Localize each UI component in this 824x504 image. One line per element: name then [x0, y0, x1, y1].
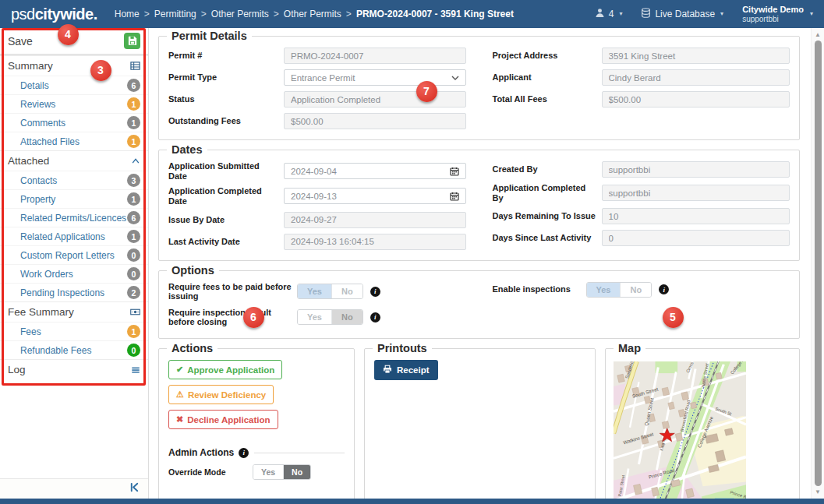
- actions-legend: Actions: [167, 342, 217, 354]
- sidebar-item-attached-files[interactable]: Attached Files1: [0, 132, 148, 150]
- check-icon: ✔: [176, 365, 183, 375]
- field-input-applicant: Cindy Berard: [602, 69, 790, 86]
- field-input-permit-type[interactable]: Entrance Permit: [284, 69, 466, 86]
- field-label: Days Since Last Activity: [493, 233, 602, 243]
- count-badge: 2: [127, 286, 140, 299]
- count-badge: 6: [127, 79, 140, 92]
- field-input-application-submitted-date[interactable]: 2024-09-04: [284, 163, 466, 179]
- field-input-issue-by-date: 2024-09-27: [284, 212, 466, 228]
- field-row: Permit #PRMO-2024-0007: [168, 48, 466, 64]
- sidebar-item-reviews[interactable]: Reviews1: [0, 94, 148, 113]
- calendar-icon[interactable]: [450, 167, 459, 176]
- breadcrumb-item-home[interactable]: Home: [115, 9, 140, 19]
- field-input-outstanding-fees: $500.00: [284, 113, 466, 129]
- breadcrumb: Home>Permitting>Other Permits>Other Perm…: [115, 9, 514, 19]
- option-label: Require fees to be paid before issuing: [168, 282, 297, 301]
- scroll-up-icon[interactable]: ▲: [812, 31, 824, 38]
- field-label: Created By: [493, 164, 602, 174]
- database-menu[interactable]: Live Database ▾: [641, 8, 723, 20]
- count-badge: 1: [127, 192, 140, 206]
- money-icon: [130, 307, 140, 317]
- save-icon: [128, 34, 137, 48]
- review-deficiency-button[interactable]: ⚠Review Deficiency: [168, 385, 274, 404]
- active-users-menu[interactable]: 4 ▾: [595, 8, 623, 20]
- field-label: Outstanding Fees: [168, 116, 284, 126]
- sidebar-item-related-applications[interactable]: Related Applications1: [0, 227, 148, 245]
- field-row: Application Completed Bysupportbbi: [493, 183, 790, 203]
- sidebar-item-refundable-fees[interactable]: Refundable Fees0: [0, 340, 148, 359]
- field-label: Permit Type: [168, 72, 284, 83]
- breadcrumb-separator: >: [140, 9, 154, 19]
- count-badge: 1: [127, 97, 140, 111]
- main-scrollbar[interactable]: ▲ ▼: [811, 28, 824, 499]
- count-badge: 1: [127, 325, 140, 338]
- override-mode-row: Override Mode YesNo: [168, 464, 345, 480]
- chevron-down-icon: ▾: [810, 10, 813, 17]
- sidebar-section-summary[interactable]: Summary: [0, 55, 148, 76]
- sidebar-item-fees[interactable]: Fees1: [0, 322, 148, 340]
- sidebar-section-log[interactable]: Log: [0, 359, 148, 379]
- info-icon[interactable]: i: [659, 284, 669, 294]
- chevron-down-icon: ▾: [720, 10, 723, 17]
- field-input-last-activity-date: 2024-09-13 16:04:15: [284, 234, 466, 250]
- scroll-down-icon[interactable]: ▼: [812, 488, 824, 495]
- field-input-permit: PRMO-2024-0007: [284, 48, 466, 64]
- breadcrumb-separator: >: [196, 9, 211, 19]
- receipt-button[interactable]: Receipt: [374, 360, 438, 380]
- dates-legend: Dates: [167, 143, 207, 156]
- decline-application-button[interactable]: ✖Decline Application: [168, 410, 278, 429]
- sidebar-item-related-permits-licences[interactable]: Related Permits/Licences6: [0, 208, 148, 227]
- map-image[interactable]: SandwichSouth StreetCross StreHarris Str…: [614, 361, 746, 499]
- info-icon[interactable]: i: [239, 448, 249, 458]
- sidebar-item-work-orders[interactable]: Work Orders0: [0, 264, 148, 283]
- field-input-application-completed-date[interactable]: 2024-09-13: [284, 188, 466, 204]
- breadcrumb-separator: >: [269, 9, 284, 19]
- field-row: Last Activity Date2024-09-13 16:04:15: [168, 234, 466, 250]
- sidebar-section-fee-summary[interactable]: Fee Summary: [0, 301, 148, 322]
- info-icon[interactable]: i: [370, 312, 380, 322]
- breadcrumb-item-prmo-2024-0007-3591-king-street[interactable]: PRMO-2024-0007 - 3591 King Street: [356, 9, 514, 19]
- header-right: 4 ▾ Live Database ▾ Citywide Demo suppor…: [595, 5, 813, 23]
- info-icon[interactable]: i: [370, 287, 380, 297]
- collapse-sidebar-icon[interactable]: [129, 481, 140, 496]
- field-input-status: Application Completed: [284, 91, 466, 107]
- sidebar-save-row[interactable]: Save: [0, 28, 148, 55]
- field-row: Total All Fees$500.00: [493, 91, 790, 107]
- actions-section: Actions ✔Approve Application ⚠Review Def…: [158, 348, 355, 499]
- warning-icon: ⚠: [176, 389, 184, 400]
- breadcrumb-item-other-permits[interactable]: Other Permits: [284, 9, 341, 19]
- require-fees-toggle[interactable]: YesNo: [297, 284, 363, 299]
- sidebar-footer: [0, 478, 148, 499]
- field-row: Project Address3591 King Street: [493, 48, 790, 64]
- breadcrumb-item-other-permits[interactable]: Other Permits: [211, 9, 269, 19]
- override-mode-toggle[interactable]: YesNo: [253, 464, 311, 480]
- calendar-icon[interactable]: [450, 192, 459, 201]
- database-icon: [641, 8, 651, 20]
- sidebar-item-details[interactable]: Details6: [0, 76, 148, 94]
- sidebar-item-contacts[interactable]: Contacts3: [0, 171, 148, 189]
- chevron-down-icon: [451, 76, 459, 80]
- account-menu[interactable]: Citywide Demo supportbbi ▾: [742, 5, 813, 23]
- sidebar-item-comments[interactable]: Comments1: [0, 113, 148, 132]
- save-button[interactable]: [124, 33, 140, 49]
- approve-application-button[interactable]: ✔Approve Application: [168, 360, 282, 379]
- field-row: Issue By Date2024-09-27: [168, 212, 466, 228]
- field-row: Days Since Last Activity0: [493, 230, 790, 246]
- sidebar-item-pending-inspections[interactable]: Pending Inspections2: [0, 283, 148, 301]
- field-input-created-by: supportbbi: [602, 161, 790, 178]
- chevron-up-icon: [131, 157, 140, 166]
- require-inspection-toggle[interactable]: YesNo: [297, 309, 363, 325]
- field-row: Permit TypeEntrance Permit: [168, 69, 466, 86]
- breadcrumb-item-permitting[interactable]: Permitting: [154, 9, 196, 19]
- sidebar-item-custom-report-letters[interactable]: Custom Report Letters0: [0, 245, 148, 264]
- sidebar-item-property[interactable]: Property1: [0, 189, 148, 208]
- psdcitywide-logo[interactable]: psdcitywide.: [11, 5, 97, 23]
- permit-details-section: Permit Details Permit #PRMO-2024-0007Per…: [158, 36, 800, 140]
- field-row: Days Remaining To Issue10: [493, 208, 790, 224]
- sidebar-section-attached[interactable]: Attached: [0, 150, 148, 171]
- admin-actions-section: Admin Actionsi Override Mode YesNo: [168, 453, 345, 480]
- scrollbar-thumb[interactable]: [815, 41, 822, 486]
- user-icon: [595, 8, 605, 20]
- field-row: Application Submitted Date2024-09-04: [168, 161, 466, 181]
- enable-inspections-toggle[interactable]: YesNo: [586, 282, 652, 298]
